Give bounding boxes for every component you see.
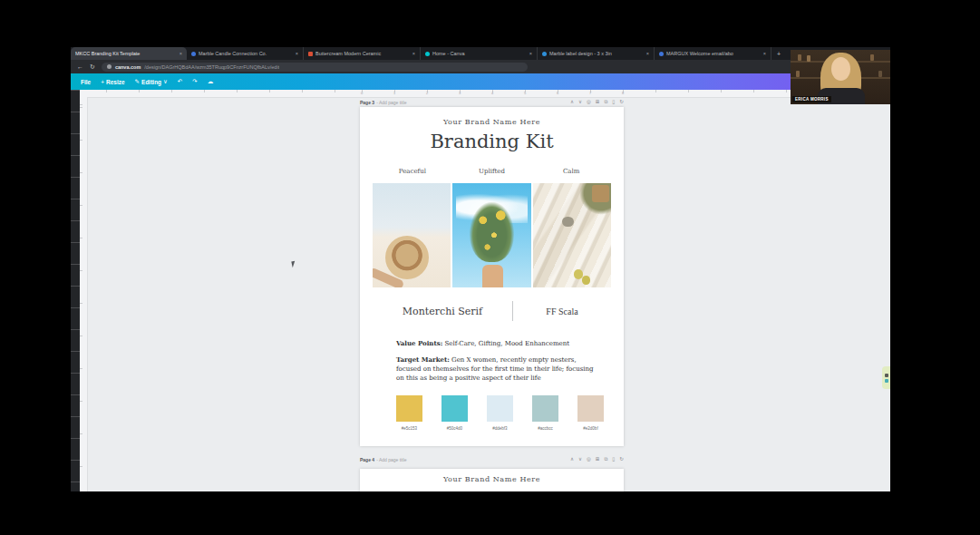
move-page-up-icon[interactable]: ∧ <box>570 457 574 462</box>
page3-controls: ∧ ∨ ◎ ⊞ ⧉ ▯ ↻ <box>570 100 624 105</box>
hex-code-label: #50c4d0 <box>447 426 462 431</box>
ruler-tick: 2 <box>426 91 428 95</box>
page4-controls: ∧ ∨ ◎ ⊞ ⧉ ▯ ↻ <box>570 457 624 462</box>
value-points-body: Self-Care, Gifting, Mood Enhancement <box>444 340 569 347</box>
browser-url-bar: ← ↻ canva.com /design/DAGrHQBdAA/wzm35TR… <box>71 60 890 73</box>
tab-welcome-email[interactable]: MARGUX Welcome email/abo × <box>655 47 771 60</box>
horizontal-ruler: 0 1 2 3 4 5 6 7 8 <box>80 90 890 98</box>
tab-favicon <box>659 52 664 56</box>
handle-dot <box>885 379 888 383</box>
tab-favicon <box>542 52 547 56</box>
url-domain: canva.com <box>115 64 141 70</box>
sync-page-icon[interactable]: ↻ <box>619 100 624 105</box>
redo-button[interactable]: ↷ <box>192 78 197 85</box>
address-bar-input[interactable]: canva.com /design/DAGrHQBdAA/wzm35TRuqp9… <box>102 63 528 72</box>
palette-swatch[interactable]: #e2d0bf <box>577 395 604 431</box>
tab-close-icon[interactable]: × <box>412 51 415 56</box>
hide-page-eye-icon[interactable]: ◎ <box>587 100 591 105</box>
sync-page-icon[interactable]: ↻ <box>619 457 624 462</box>
dish-shape <box>562 217 573 228</box>
brand-name-text[interactable]: Your Brand Name Here <box>360 475 624 483</box>
webcam-overlay: ERICA MORRIS <box>791 50 890 104</box>
secondary-font-name[interactable]: FF Scala <box>513 306 611 316</box>
primary-font-name[interactable]: Monterchi Serif <box>373 306 512 317</box>
file-menu-label: File <box>81 79 91 85</box>
palette-swatch[interactable]: #ddebf3 <box>487 395 513 431</box>
presenter-face <box>831 57 850 81</box>
move-page-up-icon[interactable]: ∧ <box>570 100 574 105</box>
redo-icon: ↷ <box>192 78 197 85</box>
tab-home-canva[interactable]: Home - Canva × <box>421 47 538 60</box>
page3-header: Page 3 - Add page title ∧ ∨ ◎ ⊞ ⧉ ▯ ↻ <box>360 99 624 106</box>
editing-mode-dropdown[interactable]: ✎ Editing ∨ <box>135 78 168 85</box>
tab-close-icon[interactable]: × <box>296 51 298 56</box>
site-info-icon[interactable] <box>107 64 112 69</box>
hex-code-label: #accbcc <box>538 426 553 431</box>
back-icon[interactable]: ← <box>77 63 83 70</box>
palette-swatch[interactable]: #50c4d0 <box>441 395 468 431</box>
page4-add-title-placeholder[interactable]: - Add page title <box>376 457 406 462</box>
ruler-tick: 1 <box>393 91 395 95</box>
tab-close-icon[interactable]: × <box>180 51 182 56</box>
color-swatch[interactable] <box>532 395 558 422</box>
palette-swatch[interactable]: #accbcc <box>532 395 558 431</box>
tab-marble-candle[interactable]: Marble Candle Connection Co. × <box>187 47 304 60</box>
new-tab-button[interactable]: + <box>771 47 786 60</box>
target-market-label: Target Market: <box>396 355 450 364</box>
move-page-down-icon[interactable]: ∨ <box>578 100 582 105</box>
chevron-down-icon: ∨ <box>163 78 168 85</box>
side-panel-handle[interactable] <box>882 366 890 389</box>
color-swatch[interactable] <box>487 395 513 422</box>
photo-wildflower-bouquet-sky[interactable] <box>452 183 530 287</box>
page3-label: Page 3 <box>360 100 374 105</box>
photo-straw-hat-on-beach[interactable] <box>373 183 451 287</box>
value-points-text[interactable]: Value Points: Self-Care, Gifting, Mood E… <box>396 339 599 347</box>
hex-code-label: #ddebf3 <box>492 426 507 431</box>
tab-branding-kit-template[interactable]: MKCC Branding Kit Template × <box>71 47 187 60</box>
tab-close-icon[interactable]: × <box>529 51 532 56</box>
presenter-name-label: ERICA MORRIS <box>792 96 831 102</box>
ruler-tick: 7 <box>589 91 591 95</box>
delete-page-icon[interactable]: ▯ <box>612 457 615 462</box>
undo-button[interactable]: ↶ <box>178 78 182 85</box>
tab-buttercream-ceramic[interactable]: Buttercream Modern Ceramic × <box>304 47 421 60</box>
target-market-text[interactable]: Target Market: Gen X women, recently emp… <box>396 355 597 383</box>
tab-marble-label-design[interactable]: Marble label design - 3 x 3in × <box>538 47 655 60</box>
ruler-tick: 5 <box>524 91 526 95</box>
page3-add-title-placeholder[interactable]: - Add page title <box>376 100 406 105</box>
hide-page-eye-icon[interactable]: ◎ <box>587 457 591 462</box>
mood-word[interactable]: Uplifted <box>452 168 532 175</box>
color-swatch[interactable] <box>441 395 468 422</box>
shelf-item <box>798 54 801 61</box>
branding-kit-title[interactable]: Branding Kit <box>360 131 624 152</box>
move-page-down-icon[interactable]: ∨ <box>578 457 582 462</box>
brand-name-text[interactable]: Your Brand Name Here <box>360 118 624 126</box>
shelf-item <box>796 71 800 77</box>
photo-picnic-blanket[interactable] <box>533 183 611 287</box>
design-page-3[interactable]: Your Brand Name Here Branding Kit Peacef… <box>360 107 624 446</box>
left-edge-panel <box>71 90 80 491</box>
reload-icon[interactable]: ↻ <box>90 63 95 70</box>
palette-swatch[interactable]: #e5c153 <box>396 395 422 431</box>
mood-word[interactable]: Peaceful <box>373 168 452 175</box>
file-menu-button[interactable]: File <box>81 79 91 85</box>
resize-icon: + <box>101 79 104 85</box>
duplicate-page-icon[interactable]: ⧉ <box>604 457 607 462</box>
cloud-save-status[interactable]: ☁ <box>208 78 214 85</box>
add-page-icon[interactable]: ⊞ <box>596 457 600 462</box>
basket-shape <box>592 185 609 201</box>
tab-close-icon[interactable]: × <box>763 51 766 56</box>
tab-close-icon[interactable]: × <box>646 51 649 56</box>
pencil-icon: ✎ <box>135 78 140 85</box>
add-page-icon[interactable]: ⊞ <box>596 100 600 105</box>
vertical-ruler <box>80 97 88 491</box>
mood-word[interactable]: Calm <box>531 168 611 175</box>
resize-button[interactable]: + Resize <box>101 79 124 85</box>
duplicate-page-icon[interactable]: ⧉ <box>604 100 607 105</box>
delete-page-icon[interactable]: ▯ <box>612 100 615 105</box>
design-page-4[interactable]: Your Brand Name Here <box>360 469 624 491</box>
color-palette-row: #e5c153 #50c4d0 #ddebf3 #accbcc <box>396 395 604 431</box>
color-swatch[interactable] <box>577 395 604 422</box>
color-swatch[interactable] <box>396 395 422 422</box>
ruler-tick: 6 <box>557 91 558 95</box>
